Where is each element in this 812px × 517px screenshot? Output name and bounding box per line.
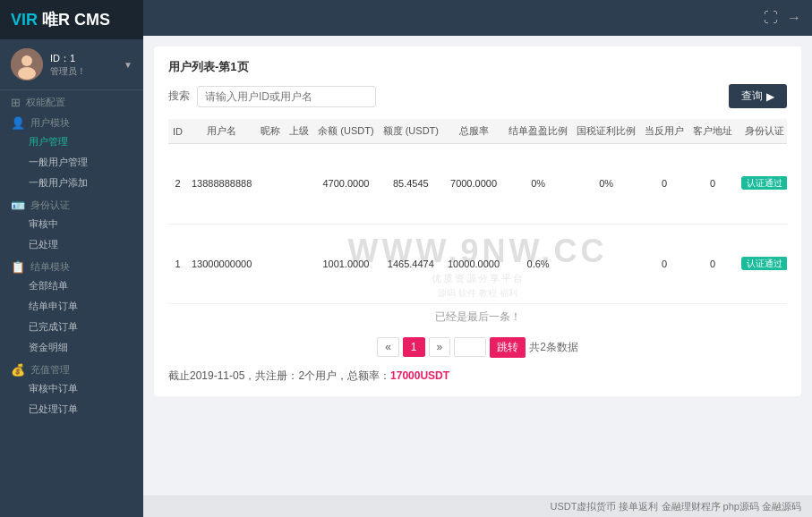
cell-username: 13888888888 [187, 144, 256, 225]
sidebar-item-order-done[interactable]: 已完成订单 [0, 317, 143, 337]
sidebar-group-orders: 📋 结单模块 [0, 255, 143, 275]
table-row: 2 13888888888 4700.0000 85.4545 7000.000… [168, 144, 787, 225]
cell-profit-ratio: 0% [504, 144, 572, 225]
logo-text: VIR 唯R CMS [11, 9, 110, 30]
page-jump-input[interactable] [454, 337, 486, 357]
col-total-rate: 总服率 [443, 119, 504, 144]
search-input[interactable] [197, 86, 376, 107]
summary-quota-value: 17000USDT [390, 369, 449, 382]
summary-unit-users: 个用户， [304, 369, 347, 382]
sidebar-item-recharge-pending[interactable]: 审核中订单 [0, 378, 143, 399]
cell-nickname [256, 224, 285, 303]
cell-reverse-user: 0 [640, 224, 688, 303]
page-prev[interactable]: « [377, 337, 399, 357]
col-tax-ratio: 国税证利比例 [572, 119, 640, 144]
quanpei-icon: ⊞ [11, 96, 21, 109]
search-btn-label: 查询 [741, 89, 763, 104]
bottom-text: USDT虚拟货币 接单返利 金融理财程序 php源码 金融源码 [550, 501, 801, 512]
search-btn-icon: ▶ [766, 90, 774, 103]
search-label: 搜索 [168, 89, 190, 104]
cell-client-addr: 0 [688, 144, 737, 225]
sidebar-group-user: 👤 用户模块 [0, 111, 143, 131]
summary-bar: 截止2019-11-05，共注册：2个用户，总额率：17000USDT [168, 369, 787, 384]
cell-quota: 85.4545 [379, 144, 443, 225]
summary-quota-label: 总额率： [347, 369, 390, 382]
cell-total-rate: 10000.0000 [443, 224, 504, 303]
user-module-icon: 👤 [11, 116, 25, 130]
page-1[interactable]: 1 [403, 337, 425, 357]
sidebar-item-kyc-done[interactable]: 已处理 [0, 234, 143, 255]
top-bar: ⛶ → [143, 0, 812, 36]
sidebar-group-kyc: 🪪 身份认证 [0, 193, 143, 214]
table-header: ID 用户名 昵称 上级 余额 (USDT) 额度 (USDT) 总服率 结单盈… [168, 119, 787, 144]
col-reverse-user: 当反用户 [640, 119, 688, 144]
kyc-icon: 🪪 [11, 199, 25, 212]
user-module-label: 用户模块 [30, 116, 70, 130]
table-row: 1 13000000000 1001.0000 1465.4474 10000.… [168, 224, 787, 303]
col-balance: 余额 (USDT) [313, 119, 378, 144]
col-profit-ratio: 结单盈盈比例 [504, 119, 572, 144]
user-id: ID：1 [50, 52, 116, 65]
logo-suffix: 唯R CMS [42, 11, 110, 29]
expand-icon[interactable]: ⛶ [764, 10, 778, 26]
svg-point-1 [21, 55, 32, 66]
cell-id: 1 [168, 224, 187, 303]
main-area: ⛶ → WWW.9NW.CC 优质资源分享平台 源码 软件 教程 福利 用户列表… [143, 0, 812, 517]
cell-kyc: 认证通过 [737, 224, 787, 303]
col-parent: 上级 [285, 119, 313, 144]
cell-tax-ratio [572, 224, 640, 303]
page-total: 共2条数据 [529, 340, 578, 355]
orders-label: 结单模块 [30, 260, 70, 274]
sidebar-item-all-orders[interactable]: 全部结单 [0, 275, 143, 296]
col-client-addr: 客户地址 [688, 119, 737, 144]
col-quota: 额度 (USDT) [379, 119, 443, 144]
content-area: WWW.9NW.CC 优质资源分享平台 源码 软件 教程 福利 用户列表-第1页… [143, 36, 812, 496]
bottom-bar: USDT虚拟货币 接单返利 金融理财程序 php源码 金融源码 [143, 496, 812, 517]
cell-balance: 4700.0000 [313, 144, 378, 225]
sidebar-group-recharge: 💰 充值管理 [0, 358, 143, 378]
svg-point-2 [18, 67, 36, 80]
cell-nickname [256, 144, 285, 225]
user-table-wrap: ID 用户名 昵称 上级 余额 (USDT) 额度 (USDT) 总服率 结单盈… [168, 119, 787, 304]
cell-id: 2 [168, 144, 187, 225]
pagination: « 1 » 跳转 共2条数据 [168, 330, 787, 365]
kyc-badge: 认证通过 [741, 176, 787, 190]
sidebar-item-general-user-manage[interactable]: 一般用户管理 [0, 152, 143, 173]
recharge-label: 充值管理 [30, 363, 70, 377]
cell-balance: 1001.0000 [313, 224, 378, 303]
sidebar-item-kyc-pending[interactable]: 审核中 [0, 214, 143, 234]
sidebar-item-user-manage[interactable]: 用户管理 [0, 131, 143, 152]
col-id: ID [168, 119, 187, 144]
cell-total-rate: 7000.0000 [443, 144, 504, 225]
kyc-badge: 认证通过 [741, 257, 787, 270]
sidebar-item-general-user-add[interactable]: 一般用户添加 [0, 173, 143, 193]
user-list-card: 用户列表-第1页 搜索 查询 ▶ ID 用户名 昵称 [154, 47, 801, 396]
logo-vir: VIR [11, 11, 38, 29]
cell-profit-ratio: 0.6% [504, 224, 572, 303]
sidebar-item-fund-detail[interactable]: 资金明细 [0, 337, 143, 358]
sidebar-arrow[interactable]: ▼ [124, 60, 132, 70]
page-jump-btn[interactable]: 跳转 [490, 337, 526, 358]
col-nickname: 昵称 [256, 119, 285, 144]
cell-parent [285, 224, 313, 303]
sidebar-item-order-apply[interactable]: 结单申订单 [0, 296, 143, 317]
sidebar-item-recharge-done[interactable]: 已处理订单 [0, 399, 143, 420]
cell-reverse-user: 0 [640, 144, 688, 225]
page-next[interactable]: » [429, 337, 451, 357]
search-row: 搜索 查询 ▶ [168, 84, 787, 108]
exit-icon[interactable]: → [787, 10, 801, 26]
kyc-label: 身份认证 [30, 199, 70, 212]
cell-parent [285, 144, 313, 225]
no-more-text: 已经是最后一条！ [168, 304, 787, 330]
sidebar: VIR 唯R CMS ID：1 管理员！ ▼ ⊞ 权能配置 👤 用户模块 用户管… [0, 0, 143, 517]
recharge-icon: 💰 [11, 363, 25, 377]
avatar [11, 48, 43, 81]
cell-tax-ratio: 0% [572, 144, 640, 225]
summary-prefix: 截止2019-11-05，共注册： [168, 369, 298, 382]
col-username: 用户名 [187, 119, 256, 144]
sidebar-user: ID：1 管理员！ ▼ [0, 39, 143, 90]
search-button[interactable]: 查询 ▶ [729, 84, 787, 108]
quanpei-label: 权能配置 [26, 96, 65, 109]
user-role: 管理员！ [50, 65, 116, 78]
cell-kyc: 认证通过 [737, 144, 787, 225]
